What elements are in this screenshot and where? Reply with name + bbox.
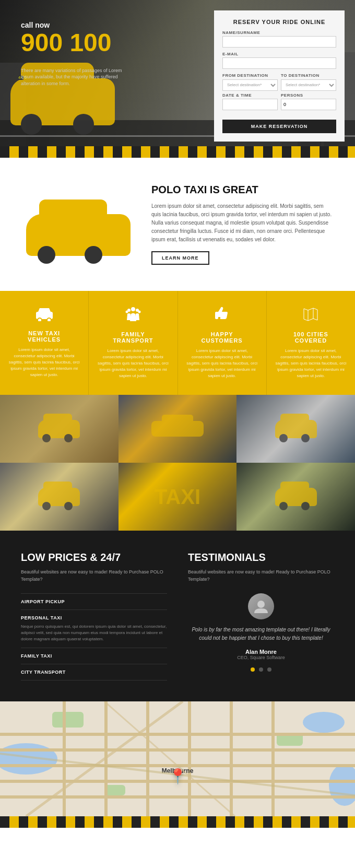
road-h-5 [0,795,355,799]
email-input[interactable] [222,57,336,69]
from-destination-select[interactable]: Select destination* [222,79,278,91]
persons-label: PERSONS [281,93,336,98]
feature-happy-customers: HAPPYCUSTOMERS Lorem ipsum dolor sit ame… [178,291,267,395]
dot-3[interactable] [267,667,271,672]
road-h-1 [0,733,355,736]
about-taxi-image [21,193,136,256]
reservation-form: RESERV YOUR RIDE ONLINE NAME/SURNAME E-M… [214,10,345,142]
svg-point-7 [138,311,140,313]
date-label: DATE & TIME [222,93,278,98]
about-section: POLO TAXI IS GREAT Lorem ipsum dolor sit… [0,158,355,291]
hero-description: There are many variations of passages of… [21,67,125,87]
name-input[interactable] [222,36,336,48]
learn-more-button[interactable]: LEARN MORE [151,251,209,265]
photo-cell-6 [236,463,355,531]
persons-input[interactable] [281,99,336,110]
personal-content: Neque porro quisquam est, qui dolorem ip… [21,624,167,642]
svg-line-12 [104,701,235,816]
photo-overlay-4 [0,463,119,531]
feature-customers-desc: Lorem ipsum dolor sit amet, consectetur … [185,348,259,379]
testimonial-box: Polo is by far the most amazing template… [188,593,334,672]
testimonial-author-name: Alan Monre [188,649,334,655]
hero-section: 4K72 call now 900 100 There are many var… [0,0,355,146]
testimonials-title: TESTIMONIALS [188,552,334,564]
testimonials-subtitle: Beautiful websites are now easy to made!… [188,569,334,583]
thumbsup-icon [185,307,259,326]
feature-vehicles-title: NEW TAXIVEHICLES [7,330,81,343]
feature-family-desc: Lorem ipsum dolor sit amet, consectetur … [96,348,170,379]
photo-cell-2 [119,395,237,463]
feature-new-vehicles: NEW TAXIVEHICLES Lorem ipsum dolor sit a… [0,291,89,395]
map-water-left [0,743,57,775]
feature-customers-title: HAPPYCUSTOMERS [185,331,259,344]
testimonial-quote: Polo is by far the most amazing template… [188,626,334,642]
road-v-3 [146,701,149,816]
from-label: FROM DESTINATION [222,73,278,78]
accordion-city[interactable]: CITY TRANSPORT [21,664,167,681]
top-checker-stripe [0,146,355,158]
svg-point-9 [257,601,265,608]
family-title: FAMILY TAXI [21,653,167,659]
dot-2[interactable] [259,667,263,672]
date-input[interactable] [222,99,278,110]
photo-overlay-2 [119,395,237,463]
road-v-4 [188,701,191,816]
testimonials-column: TESTIMONIALS Beautiful websites are now … [188,552,334,681]
dark-section: LOW PRICES & 24/7 Beautiful websites are… [0,531,355,701]
photo-taxi-3 [275,420,317,438]
about-text-block: POLO TAXI IS GREAT Lorem ipsum dolor sit… [151,184,334,265]
map-water-top-right [303,712,345,733]
road-h-2 [0,748,355,752]
personal-title: PERSONAL TAXI [21,615,167,620]
about-title: POLO TAXI IS GREAT [151,184,334,196]
feature-family-title: FAMILYTRANSPORT [96,331,170,344]
call-now-label: call now [21,21,125,29]
testimonial-dots [188,667,334,672]
road-v-5 [230,701,233,816]
photo-overlay-5: TAXI [119,463,237,531]
photo-taxi-4 [38,488,80,506]
airport-title: AIRPORT PICKUP [21,599,167,604]
map-green-1 [52,712,84,728]
features-section: NEW TAXIVEHICLES Lorem ipsum dolor sit a… [0,291,355,395]
accordion-family[interactable]: FAMILY TAXI [21,648,167,664]
feature-cities-desc: Lorem ipsum dolor sit amet, consectetur … [274,348,348,379]
photo-overlay-6 [236,463,355,531]
about-car-body [26,214,131,256]
svg-point-2 [47,318,51,321]
map-location-pin: 📍 [169,768,187,785]
feature-family-transport: FAMILYTRANSPORT Lorem ipsum dolor sit am… [89,291,178,395]
map-water-right [329,764,355,806]
road-v-1 [63,701,66,816]
svg-point-6 [125,311,128,313]
low-prices-title: LOW PRICES & 24/7 [21,552,167,564]
road-v-2 [104,701,108,816]
photo-overlay-3 [236,395,355,463]
feature-vehicles-desc: Lorem ipsum dolor sit amet, consectetur … [7,347,81,378]
feature-cities-covered: 100 CITIESCOVERED Lorem ipsum dolor sit … [267,291,355,395]
to-label: TO DESTINATION [281,73,336,78]
name-label: NAME/SURNAME [222,30,336,35]
low-prices-subtitle: Beautiful websites are now easy to made!… [21,569,167,583]
photo-cell-5: TAXI [119,463,237,531]
photo-cell-1 [0,395,119,463]
map-green-3 [104,785,125,795]
map-background: Melbourne 📍 [0,701,355,816]
photo-cell-4 [0,463,119,531]
photo-cell-3 [236,395,355,463]
svg-rect-8 [215,312,218,319]
bottom-checker-stripe [0,816,355,828]
low-prices-column: LOW PRICES & 24/7 Beautiful websites are… [21,552,167,681]
photo-taxi-1 [38,420,80,438]
map-icon [274,307,348,326]
accordion-airport[interactable]: AIRPORT PICKUP [21,593,167,609]
photo-taxi-6 [275,488,317,506]
reserve-button[interactable]: MAKE RESERVATION [222,120,336,133]
to-destination-select[interactable]: Select destination* [281,79,336,91]
accordion-personal[interactable]: PERSONAL TAXI Neque porro quisquam est, … [21,609,167,648]
photo-overlay-1 [0,395,119,463]
city-title: CITY TRANSPORT [21,670,167,675]
dot-1[interactable] [251,667,255,672]
svg-point-3 [131,307,135,311]
reservation-title: RESERV YOUR RIDE ONLINE [222,19,336,25]
